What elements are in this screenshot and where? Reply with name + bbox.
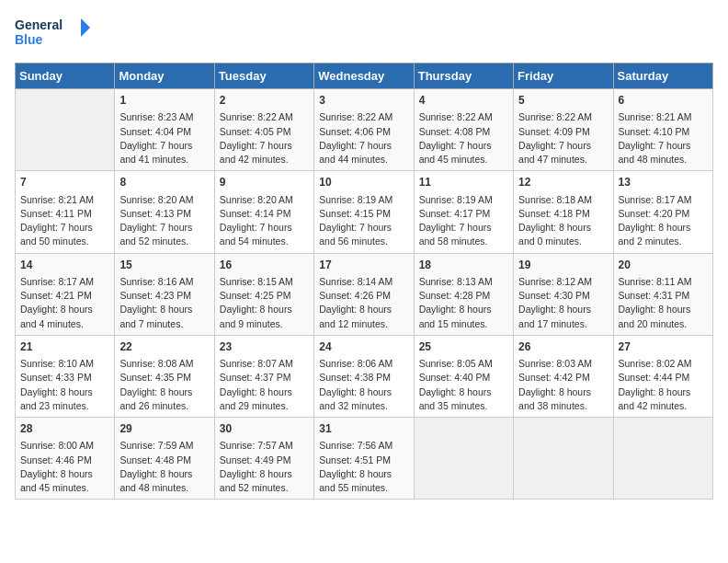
calendar-cell: 12Sunrise: 8:18 AMSunset: 4:18 PMDayligh… (514, 171, 613, 253)
logo: General Blue (15, 15, 97, 53)
sunrise-text: Sunrise: 8:23 AM (119, 110, 209, 124)
calendar-cell: 19Sunrise: 8:12 AMSunset: 4:30 PMDayligh… (514, 253, 613, 335)
daylight-text: Daylight: 8 hours and 0 minutes. (518, 221, 608, 248)
calendar-cell: 29Sunrise: 7:59 AMSunset: 4:48 PMDayligh… (115, 418, 214, 500)
sunset-text: Sunset: 4:15 PM (319, 207, 408, 221)
sunset-text: Sunset: 4:25 PM (220, 289, 309, 303)
sunrise-text: Sunrise: 8:08 AM (119, 357, 209, 371)
day-number: 12 (518, 175, 608, 190)
calendar-cell: 5Sunrise: 8:22 AMSunset: 4:09 PMDaylight… (514, 89, 613, 171)
day-number: 6 (619, 93, 708, 109)
sunrise-text: Sunrise: 8:21 AM (619, 110, 708, 124)
sunrise-text: Sunrise: 8:22 AM (518, 110, 608, 124)
day-number: 16 (220, 258, 309, 273)
sunset-text: Sunset: 4:17 PM (419, 207, 508, 221)
calendar-cell: 11Sunrise: 8:19 AMSunset: 4:17 PMDayligh… (414, 171, 513, 253)
day-number: 1 (119, 93, 209, 109)
daylight-text: Daylight: 7 hours and 58 minutes. (419, 221, 508, 248)
day-number: 3 (319, 93, 408, 109)
sunset-text: Sunset: 4:42 PM (518, 371, 608, 385)
daylight-text: Daylight: 7 hours and 50 minutes. (20, 221, 109, 248)
logo-svg: General Blue (15, 15, 97, 53)
daylight-text: Daylight: 8 hours and 2 minutes. (619, 221, 708, 248)
calendar-cell: 10Sunrise: 8:19 AMSunset: 4:15 PMDayligh… (314, 171, 414, 253)
day-number: 2 (220, 93, 309, 109)
sunset-text: Sunset: 4:44 PM (619, 371, 708, 385)
day-number: 22 (119, 339, 209, 355)
day-number: 27 (619, 339, 708, 355)
day-number: 5 (518, 93, 608, 109)
day-number: 18 (419, 258, 508, 273)
calendar-cell: 21Sunrise: 8:10 AMSunset: 4:33 PMDayligh… (16, 335, 115, 417)
day-header-monday: Monday (115, 63, 214, 89)
sunrise-text: Sunrise: 8:22 AM (419, 110, 508, 124)
sunrise-text: Sunrise: 8:15 AM (220, 275, 309, 289)
sunrise-text: Sunrise: 8:20 AM (119, 193, 209, 207)
sunset-text: Sunset: 4:09 PM (518, 125, 608, 139)
daylight-text: Daylight: 7 hours and 48 minutes. (619, 139, 708, 167)
calendar-table: SundayMondayTuesdayWednesdayThursdayFrid… (15, 63, 713, 500)
day-number: 8 (119, 175, 209, 190)
day-header-saturday: Saturday (613, 63, 712, 89)
page-header: General Blue (15, 15, 713, 53)
sunrise-text: Sunrise: 8:07 AM (220, 357, 309, 371)
week-row-5: 28Sunrise: 8:00 AMSunset: 4:46 PMDayligh… (16, 418, 713, 500)
daylight-text: Daylight: 7 hours and 42 minutes. (220, 139, 309, 167)
sunrise-text: Sunrise: 8:03 AM (518, 357, 608, 371)
calendar-cell: 13Sunrise: 8:17 AMSunset: 4:20 PMDayligh… (613, 171, 712, 253)
calendar-cell: 28Sunrise: 8:00 AMSunset: 4:46 PMDayligh… (16, 418, 115, 500)
sunset-text: Sunset: 4:35 PM (119, 371, 209, 385)
sunrise-text: Sunrise: 7:57 AM (220, 439, 309, 453)
daylight-text: Daylight: 8 hours and 20 minutes. (619, 303, 708, 330)
sunset-text: Sunset: 4:33 PM (20, 371, 109, 385)
sunrise-text: Sunrise: 8:12 AM (518, 275, 608, 289)
daylight-text: Daylight: 7 hours and 56 minutes. (319, 221, 408, 248)
sunset-text: Sunset: 4:13 PM (119, 207, 209, 221)
day-header-thursday: Thursday (414, 63, 513, 89)
daylight-text: Daylight: 8 hours and 32 minutes. (319, 385, 408, 413)
sunrise-text: Sunrise: 7:59 AM (119, 439, 209, 453)
daylight-text: Daylight: 7 hours and 52 minutes. (119, 221, 209, 248)
daylight-text: Daylight: 8 hours and 17 minutes. (518, 303, 608, 330)
svg-text:Blue: Blue (15, 32, 43, 47)
day-number: 26 (518, 339, 608, 355)
daylight-text: Daylight: 8 hours and 29 minutes. (220, 385, 309, 413)
calendar-cell: 15Sunrise: 8:16 AMSunset: 4:23 PMDayligh… (115, 253, 214, 335)
calendar-cell: 27Sunrise: 8:02 AMSunset: 4:44 PMDayligh… (613, 335, 712, 417)
day-number: 21 (20, 339, 109, 355)
calendar-cell (613, 418, 712, 500)
sunset-text: Sunset: 4:30 PM (518, 289, 608, 303)
calendar-cell: 23Sunrise: 8:07 AMSunset: 4:37 PMDayligh… (214, 335, 313, 417)
sunrise-text: Sunrise: 8:02 AM (619, 357, 708, 371)
sunset-text: Sunset: 4:37 PM (220, 371, 309, 385)
sunrise-text: Sunrise: 8:13 AM (419, 275, 508, 289)
sunset-text: Sunset: 4:05 PM (220, 125, 309, 139)
week-row-4: 21Sunrise: 8:10 AMSunset: 4:33 PMDayligh… (16, 335, 713, 417)
daylight-text: Daylight: 8 hours and 12 minutes. (319, 303, 408, 330)
sunrise-text: Sunrise: 8:06 AM (319, 357, 408, 371)
daylight-text: Daylight: 7 hours and 41 minutes. (119, 139, 209, 167)
sunrise-text: Sunrise: 8:19 AM (419, 193, 508, 207)
week-row-2: 7Sunrise: 8:21 AMSunset: 4:11 PMDaylight… (16, 171, 713, 253)
daylight-text: Daylight: 8 hours and 4 minutes. (20, 303, 109, 330)
sunrise-text: Sunrise: 8:18 AM (518, 193, 608, 207)
calendar-cell: 18Sunrise: 8:13 AMSunset: 4:28 PMDayligh… (414, 253, 513, 335)
day-number: 14 (20, 258, 109, 273)
day-number: 10 (319, 175, 408, 190)
week-row-1: 1Sunrise: 8:23 AMSunset: 4:04 PMDaylight… (16, 89, 713, 171)
sunset-text: Sunset: 4:40 PM (419, 371, 508, 385)
calendar-cell: 20Sunrise: 8:11 AMSunset: 4:31 PMDayligh… (613, 253, 712, 335)
sunset-text: Sunset: 4:20 PM (619, 207, 708, 221)
week-row-3: 14Sunrise: 8:17 AMSunset: 4:21 PMDayligh… (16, 253, 713, 335)
daylight-text: Daylight: 8 hours and 52 minutes. (220, 467, 309, 495)
sunrise-text: Sunrise: 8:20 AM (220, 193, 309, 207)
sunrise-text: Sunrise: 8:21 AM (20, 193, 109, 207)
day-header-sunday: Sunday (16, 63, 115, 89)
sunrise-text: Sunrise: 8:11 AM (619, 275, 708, 289)
day-number: 28 (20, 421, 109, 437)
svg-marker-2 (81, 18, 90, 37)
calendar-cell: 3Sunrise: 8:22 AMSunset: 4:06 PMDaylight… (314, 89, 414, 171)
sunset-text: Sunset: 4:08 PM (419, 125, 508, 139)
day-number: 9 (220, 175, 309, 190)
daylight-text: Daylight: 8 hours and 9 minutes. (220, 303, 309, 330)
